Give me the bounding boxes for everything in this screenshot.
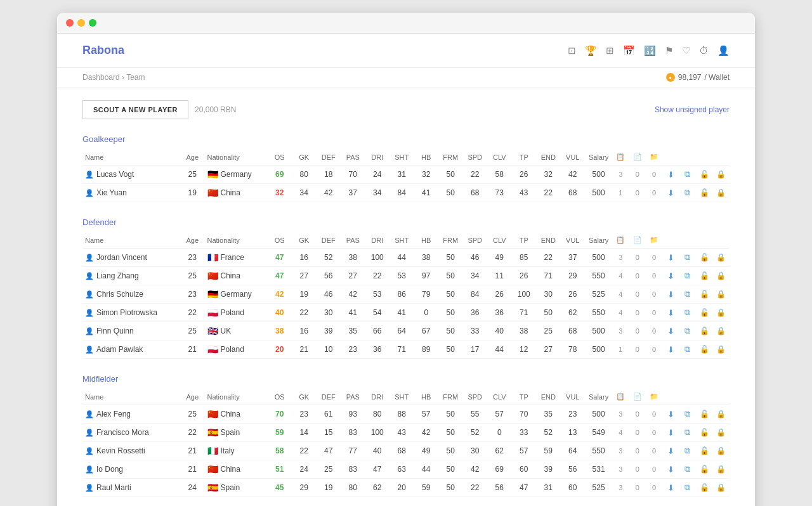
breadcrumb-row: Dashboard › Team ● 98,197 / Wallet [57, 68, 755, 88]
player-copy-icon[interactable]: ⧉ [679, 285, 696, 304]
player-copy-icon[interactable]: ⧉ [679, 479, 696, 497]
player-vul: 42 [561, 165, 586, 184]
player-name: Kevin Rossetti [96, 446, 145, 455]
player-download-icon[interactable]: ⬇ [662, 285, 679, 304]
filter-icon[interactable]: ⚑ [665, 45, 673, 56]
player-lock2-icon[interactable]: 🔒 [712, 460, 730, 479]
section-goalkeeper: GoalkeeperNameAgeNationalityOSGKDEFPASDR… [82, 134, 730, 202]
player-vul: 68 [561, 322, 586, 341]
player-copy-icon[interactable]: ⧉ [679, 405, 696, 424]
player-copy-icon[interactable]: ⧉ [679, 341, 696, 359]
player-lock1-icon[interactable]: 🔓 [696, 424, 712, 442]
player-tp: 85 [512, 249, 537, 267]
player-lock1-icon[interactable]: 🔓 [696, 267, 712, 285]
player-lock2-icon[interactable]: 🔒 [712, 424, 730, 442]
player-def: 18 [317, 165, 341, 184]
player-copy-icon[interactable]: ⧉ [679, 304, 696, 322]
player-lock1-icon[interactable]: 🔓 [696, 341, 712, 359]
player-lock2-icon[interactable]: 🔒 [712, 184, 730, 202]
player-lock2-icon[interactable]: 🔒 [712, 267, 730, 285]
player-lock2-icon[interactable]: 🔒 [712, 405, 730, 424]
player-copy-icon[interactable]: ⧉ [679, 184, 696, 202]
table-row: 👤Simon Piotrowska22🇵🇱Poland4022304154410… [82, 304, 730, 322]
player-download-icon[interactable]: ⬇ [662, 341, 679, 359]
content: SCOUT A NEW PLAYER 20,000 RBN Show unsig… [57, 88, 755, 506]
player-salary: 500 [585, 322, 612, 341]
wallet-amount: 98,197 [678, 73, 702, 82]
col-header-📋: 📋 [612, 232, 629, 249]
col-header-Salary: Salary [585, 389, 612, 405]
player-action-2: 0 [629, 184, 646, 202]
player-lock1-icon[interactable]: 🔓 [696, 442, 712, 460]
player-age: 22 [180, 424, 205, 442]
player-lock2-icon[interactable]: 🔒 [712, 442, 730, 460]
player-lock1-icon[interactable]: 🔓 [696, 285, 712, 304]
col-header-action-21 [679, 149, 696, 165]
person-icon[interactable]: 👤 [717, 45, 730, 56]
player-lock1-icon[interactable]: 🔓 [696, 165, 712, 184]
show-unsigned-link[interactable]: Show unsigned player [655, 105, 730, 114]
player-copy-icon[interactable]: ⧉ [679, 249, 696, 267]
player-copy-icon[interactable]: ⧉ [679, 442, 696, 460]
player-dri: 24 [365, 165, 390, 184]
player-copy-icon[interactable]: ⧉ [679, 460, 696, 479]
player-lock1-icon[interactable]: 🔓 [696, 460, 712, 479]
player-action-2: 0 [629, 341, 646, 359]
player-lock1-icon[interactable]: 🔓 [696, 322, 712, 341]
player-download-icon[interactable]: ⬇ [662, 460, 679, 479]
col-header-TP: TP [512, 149, 537, 165]
player-lock2-icon[interactable]: 🔒 [712, 165, 730, 184]
player-name-cell: 👤Francisco Mora [82, 424, 180, 442]
player-spd: 46 [463, 249, 488, 267]
player-salary: 550 [585, 304, 612, 322]
player-lock1-icon[interactable]: 🔓 [696, 304, 712, 322]
player-download-icon[interactable]: ⬇ [662, 442, 679, 460]
player-nationality: 🇪🇸Spain [205, 479, 268, 497]
col-header-PAS: PAS [341, 232, 365, 249]
player-lock2-icon[interactable]: 🔒 [712, 479, 730, 497]
player-lock1-icon[interactable]: 🔓 [696, 249, 712, 267]
close-button[interactable] [66, 19, 74, 27]
player-lock1-icon[interactable]: 🔓 [696, 479, 712, 497]
player-lock2-icon[interactable]: 🔒 [712, 304, 730, 322]
col-header-HB: HB [414, 149, 439, 165]
player-download-icon[interactable]: ⬇ [662, 249, 679, 267]
numbers-icon[interactable]: 🔢 [644, 45, 656, 56]
player-name: Simon Piotrowska [96, 308, 157, 317]
player-download-icon[interactable]: ⬇ [662, 405, 679, 424]
player-copy-icon[interactable]: ⧉ [679, 165, 696, 184]
player-sht: 71 [390, 341, 414, 359]
player-lock2-icon[interactable]: 🔒 [712, 341, 730, 359]
player-lock2-icon[interactable]: 🔒 [712, 285, 730, 304]
col-header-OS: OS [268, 232, 292, 249]
screenshot-icon[interactable]: ⊡ [568, 45, 576, 56]
player-sht: 53 [390, 267, 414, 285]
player-copy-icon[interactable]: ⧉ [679, 424, 696, 442]
trophy-icon[interactable]: 🏆 [585, 45, 597, 56]
player-download-icon[interactable]: ⬇ [662, 479, 679, 497]
player-download-icon[interactable]: ⬇ [662, 267, 679, 285]
grid-icon[interactable]: ⊞ [606, 45, 614, 56]
player-copy-icon[interactable]: ⧉ [679, 267, 696, 285]
player-lock1-icon[interactable]: 🔓 [696, 184, 712, 202]
scout-button[interactable]: SCOUT A NEW PLAYER [82, 100, 188, 119]
player-spd: 34 [463, 267, 488, 285]
clock-icon[interactable]: ⏱ [699, 45, 709, 56]
player-download-icon[interactable]: ⬇ [662, 165, 679, 184]
player-age: 24 [180, 479, 205, 497]
player-download-icon[interactable]: ⬇ [662, 304, 679, 322]
player-action-1: 1 [612, 184, 629, 202]
player-download-icon[interactable]: ⬇ [662, 184, 679, 202]
player-lock2-icon[interactable]: 🔒 [712, 249, 730, 267]
player-action-3: 0 [646, 165, 662, 184]
player-copy-icon[interactable]: ⧉ [679, 322, 696, 341]
maximize-button[interactable] [89, 19, 96, 27]
player-download-icon[interactable]: ⬇ [662, 424, 679, 442]
heart-icon[interactable]: ♡ [682, 45, 690, 56]
player-lock2-icon[interactable]: 🔒 [712, 322, 730, 341]
minimize-button[interactable] [77, 19, 85, 27]
player-lock1-icon[interactable]: 🔓 [696, 405, 712, 424]
player-tp: 47 [512, 479, 537, 497]
calendar-icon[interactable]: 📅 [623, 45, 635, 56]
player-download-icon[interactable]: ⬇ [662, 322, 679, 341]
